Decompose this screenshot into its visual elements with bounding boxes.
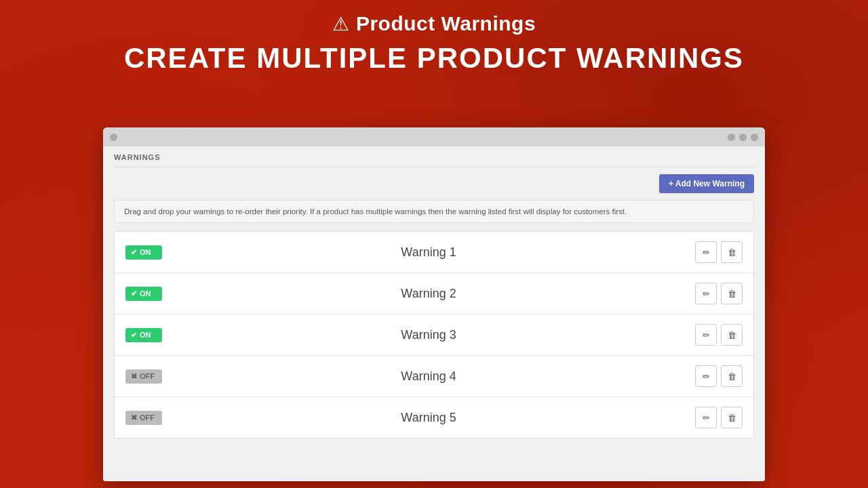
delete-button-3[interactable]: 🗑 [721, 324, 743, 346]
add-new-warning-button[interactable]: + Add New Warning [659, 174, 754, 193]
edit-button-2[interactable]: ✏ [695, 283, 717, 304]
delete-button-5[interactable]: 🗑 [721, 407, 743, 428]
header-area: ⚠ Product Warnings CREATE MULTIPLE PRODU… [0, 0, 868, 75]
delete-button-2[interactable]: 🗑 [721, 283, 743, 304]
info-banner: Drag and drop your warnings to re-order … [114, 200, 754, 223]
warning-row: ✔ ON Warning 3 ✏ 🗑 [115, 314, 753, 356]
edit-button-1[interactable]: ✏ [695, 241, 717, 263]
status-label-2: ON [140, 289, 151, 298]
browser-dot-1 [110, 134, 117, 141]
status-label-4: OFF [140, 372, 155, 380]
browser-content: WARNINGS + Add New Warning Drag and drop… [103, 146, 765, 481]
warning-name-2: Warning 2 [162, 287, 695, 301]
warning-name-3: Warning 3 [162, 328, 695, 342]
delete-button-1[interactable]: 🗑 [721, 241, 743, 263]
warning-row: ✖ OFF Warning 4 ✏ 🗑 [115, 356, 753, 397]
edit-button-4[interactable]: ✏ [695, 365, 717, 387]
browser-dot-3 [739, 134, 747, 141]
delete-button-4[interactable]: 🗑 [721, 365, 743, 387]
edit-button-3[interactable]: ✏ [695, 324, 717, 346]
warning-row: ✖ OFF Warning 5 ✏ 🗑 [115, 397, 753, 438]
section-header: WARNINGS [114, 146, 754, 167]
toolbar-row: + Add New Warning [114, 174, 754, 193]
warnings-section: WARNINGS + Add New Warning Drag and drop… [103, 146, 765, 449]
browser-titlebar [103, 127, 765, 146]
app-title-row: ⚠ Product Warnings [0, 12, 868, 35]
status-label-1: ON [140, 248, 151, 256]
warning-name-1: Warning 1 [162, 245, 695, 260]
warning-icon: ⚠ [332, 13, 349, 35]
browser-dots-right [728, 134, 758, 141]
status-badge-3[interactable]: ✔ ON [125, 328, 162, 342]
browser-dot-4 [751, 134, 758, 141]
warnings-list: ✔ ON Warning 1 ✏ 🗑 ✔ ON Warning 2 ✏ 🗑 ✔ … [114, 231, 754, 439]
status-label-3: ON [140, 331, 151, 339]
status-icon-3: ✔ [131, 331, 137, 340]
action-buttons-1: ✏ 🗑 [695, 241, 743, 263]
status-badge-1[interactable]: ✔ ON [125, 245, 162, 260]
warning-row: ✔ ON Warning 2 ✏ 🗑 [115, 273, 753, 314]
status-badge-2[interactable]: ✔ ON [125, 287, 162, 301]
edit-button-5[interactable]: ✏ [695, 407, 717, 428]
warning-name-5: Warning 5 [162, 411, 695, 425]
browser-dot-2 [728, 134, 735, 141]
status-icon-1: ✔ [131, 248, 137, 257]
status-label-5: OFF [140, 413, 155, 422]
browser-window: WARNINGS + Add New Warning Drag and drop… [103, 127, 765, 481]
status-icon-4: ✖ [131, 372, 137, 381]
app-title: Product Warnings [356, 12, 536, 35]
status-icon-5: ✖ [131, 413, 137, 422]
action-buttons-3: ✏ 🗑 [695, 324, 743, 346]
action-buttons-4: ✏ 🗑 [695, 365, 743, 387]
warning-row: ✔ ON Warning 1 ✏ 🗑 [115, 232, 753, 273]
status-badge-5[interactable]: ✖ OFF [125, 411, 162, 425]
action-buttons-2: ✏ 🗑 [695, 283, 743, 304]
page-heading: CREATE MULTIPLE PRODUCT WARNINGS [0, 42, 868, 75]
action-buttons-5: ✏ 🗑 [695, 407, 743, 428]
warning-name-4: Warning 4 [162, 369, 695, 384]
status-icon-2: ✔ [131, 289, 137, 298]
status-badge-4[interactable]: ✖ OFF [125, 369, 162, 384]
